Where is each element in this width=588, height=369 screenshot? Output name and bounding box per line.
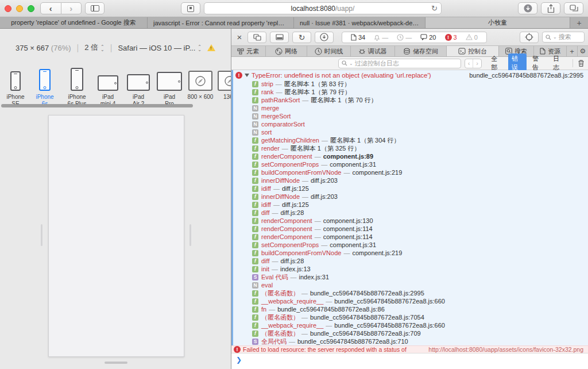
inspector-tab-timelines[interactable]: 时间线 (307, 46, 350, 56)
stack-frame[interactable]: frenderComponent—component.js:114 (233, 233, 588, 241)
sidebar-button[interactable] (85, 2, 105, 14)
activity-viewer[interactable]: 34 — — 20 ! 3 (342, 32, 487, 43)
device-800-×-600[interactable]: 800 × 600 (184, 64, 216, 101)
stack-frame[interactable]: Nmerge (233, 104, 588, 112)
stack-frame[interactable]: fdiff—diff.js:28 (233, 209, 588, 217)
console-filter-input[interactable]: ⌄ 过滤控制台日志 (338, 59, 461, 68)
device-iphone-6s-plus[interactable]: iPhone6s Plus (61, 64, 93, 107)
zoom-window-button[interactable] (28, 5, 34, 12)
page-preview-button[interactable] (181, 2, 200, 14)
frame-location-link[interactable]: bundle_cc59647845b887672ea8.js:660 (334, 321, 445, 329)
stack-frame[interactable]: S全局代码—bundle_cc59647845b887672ea8.js:710 (233, 337, 588, 345)
frame-location-link[interactable]: 匿名脚本 1（第 83 行） (284, 80, 351, 88)
url-field[interactable]: localhost:8080/uapp/ ↻ (204, 2, 442, 14)
simulated-viewport[interactable] (48, 115, 184, 357)
stack-frame[interactable]: f（匿名函数）—bundle_cc59647845b887672ea8.js:7… (233, 313, 588, 321)
frame-location-link[interactable]: 匿名脚本 1（第 325 行） (291, 144, 361, 152)
stack-frame[interactable]: finnerDiffNode—diff.js:203 (233, 193, 588, 201)
frame-location-link[interactable]: component.js:114 (323, 225, 373, 233)
frame-location-link[interactable]: 匿名脚本 1（第 304 行） (330, 136, 400, 144)
frame-location-link[interactable]: index.js:31 (299, 273, 329, 281)
stack-frame[interactable]: fstrip—匿名脚本 1（第 83 行） (233, 80, 588, 88)
add-inspector-tab-button[interactable]: + (567, 46, 578, 56)
stack-frame[interactable]: fbuildComponentFromVNode—component.js:21… (233, 249, 588, 257)
stack-frame[interactable]: Nsort (233, 128, 588, 136)
scale-select[interactable]: 2 倍⌃⌄ (84, 43, 105, 53)
stack-frame[interactable]: SEval 代码—index.js:31 (233, 273, 588, 281)
browser-tab-1[interactable]: property 'replace' of undefined - Google… (0, 17, 148, 28)
element-picker-button[interactable] (520, 32, 539, 43)
stack-frame[interactable]: Neval (233, 281, 588, 289)
stack-frame[interactable]: f（匿名函数）—bundle_cc59647845b887672ea8.js:7… (233, 329, 588, 337)
selected-error-message[interactable]: ! TypeError: undefined is not an object … (231, 70, 588, 345)
inspector-tab-network[interactable]: 网络 (266, 46, 308, 56)
disclosure-triangle-icon[interactable] (245, 74, 249, 77)
frame-location-link[interactable]: bundle_cc59647845b887672ea8.js:660 (334, 297, 445, 305)
device-iphone-6s[interactable]: iPhone6s (29, 64, 61, 107)
bottom-scroll-hint[interactable] (105, 362, 127, 364)
stack-frame[interactable]: frank—匿名脚本 1（第 79 行） (233, 88, 588, 96)
stack-frame[interactable]: fbuildComponentFromVNode—component.js:21… (233, 168, 588, 176)
find-next-button[interactable]: › (473, 59, 481, 68)
forward-button[interactable]: › (61, 2, 82, 14)
close-window-button[interactable] (5, 5, 11, 12)
frame-location-link[interactable]: diff.js:125 (282, 201, 309, 209)
close-inspector-button[interactable]: × (235, 32, 244, 42)
resource-error-row[interactable]: ! Failed to load resource: the server re… (231, 345, 588, 353)
frame-location-link[interactable]: component.js:219 (352, 249, 402, 257)
device-iphone-se[interactable]: iPhoneSE (0, 64, 32, 107)
frame-location-link[interactable]: diff.js:28 (280, 209, 304, 217)
stack-frame[interactable]: fidiff—diff.js:125 (233, 184, 588, 193)
stack-frame[interactable]: fgetMatchingChildren—匿名脚本 1（第 304 行） (233, 136, 588, 144)
device-ipad-mini-4[interactable]: iPadmini 4 (92, 64, 124, 107)
browser-tab-3[interactable]: null · Issue #381 · webpack/webpack-dev-… (294, 17, 425, 28)
frame-location-link[interactable]: component.js:31 (330, 241, 376, 249)
device-ipad-pro[interactable]: iPadPro (153, 64, 185, 107)
frame-location-link[interactable]: component.js:31 (330, 160, 376, 168)
frame-location-link[interactable]: component.js:89 (323, 152, 373, 160)
clear-console-button[interactable] (572, 59, 585, 67)
frame-location-link[interactable]: index.js:13 (280, 265, 311, 273)
stack-frame[interactable]: fpathRankSort—匿名脚本 1（第 70 行） (233, 96, 588, 104)
frame-location-link[interactable]: bundle_cc59647845b887672ea8.js:709 (310, 329, 421, 337)
settings-gear-icon[interactable]: ⚙ (578, 46, 588, 56)
stack-frame[interactable]: f__webpack_require__—bundle_cc59647845b8… (233, 297, 588, 305)
stack-frame[interactable]: fsetComponentProps—component.js:31 (233, 160, 588, 168)
stack-frame[interactable]: ffn—bundle_cc59647845b887672ea8.js:86 (233, 305, 588, 313)
inspector-search-field[interactable]: ⌄ 搜索 (542, 32, 585, 43)
downloads-button[interactable] (518, 2, 537, 14)
stack-frame[interactable]: frenderComponent—component.js:89 (233, 152, 588, 160)
find-previous-button[interactable]: ‹ (465, 59, 473, 68)
minimize-window-button[interactable] (16, 5, 23, 12)
stack-frame[interactable]: f__webpack_require__—bundle_cc59647845b8… (233, 321, 588, 329)
frame-location-link[interactable]: bundle_cc59647845b887672ea8.js:7054 (310, 313, 424, 321)
frame-location-link[interactable]: diff.js:125 (282, 184, 309, 193)
new-tab-button[interactable]: + (570, 17, 588, 28)
download-page-button[interactable] (315, 32, 334, 43)
stack-frame[interactable]: frenderComponent—component.js:130 (233, 217, 588, 225)
tab-overview-button[interactable] (564, 2, 583, 14)
inspector-tab-storage[interactable]: 储存空间 (395, 46, 447, 56)
back-button[interactable]: ‹ (40, 2, 61, 14)
user-agent-select[interactable]: Safari — iOS 10 — iP...⌃⌄ (118, 44, 202, 52)
frame-location-link[interactable]: 匿名脚本 1（第 79 行） (284, 88, 351, 96)
share-button[interactable] (541, 2, 560, 14)
console-prompt[interactable]: ❯ (231, 353, 588, 369)
stack-frame[interactable]: frender—匿名脚本 1（第 325 行） (233, 144, 588, 152)
inspector-tab-debugger[interactable]: 调试器 (351, 46, 395, 56)
stack-frame[interactable]: finnerDiffNode—diff.js:203 (233, 176, 588, 184)
stack-frame[interactable]: fidiff—diff.js:125 (233, 201, 588, 209)
device-ipad-air-2[interactable]: iPadAir 2 (122, 64, 154, 107)
stack-frame[interactable]: finit—index.js:13 (233, 265, 588, 273)
dock-bottom-button[interactable] (270, 32, 289, 43)
frame-location-link[interactable]: 匿名脚本 1（第 70 行） (311, 96, 377, 104)
device-1366[interactable]: 1366 (214, 64, 231, 101)
stack-frame[interactable]: f（匿名函数）—bundle_cc59647845b887672ea8.js:2… (233, 289, 588, 297)
stack-frame[interactable]: fsetComponentProps—component.js:31 (233, 241, 588, 249)
warning-icon[interactable] (207, 44, 215, 51)
stack-frame[interactable]: fdiff—diff.js:28 (233, 257, 588, 265)
frame-location-link[interactable]: component.js:219 (352, 168, 402, 176)
resource-error-location-link[interactable]: http://localhost:8080/uapp/assets/icons/… (428, 346, 588, 353)
error-header-row[interactable]: ! TypeError: undefined is not an object … (233, 70, 588, 80)
reload-icon[interactable]: ↻ (431, 4, 438, 13)
